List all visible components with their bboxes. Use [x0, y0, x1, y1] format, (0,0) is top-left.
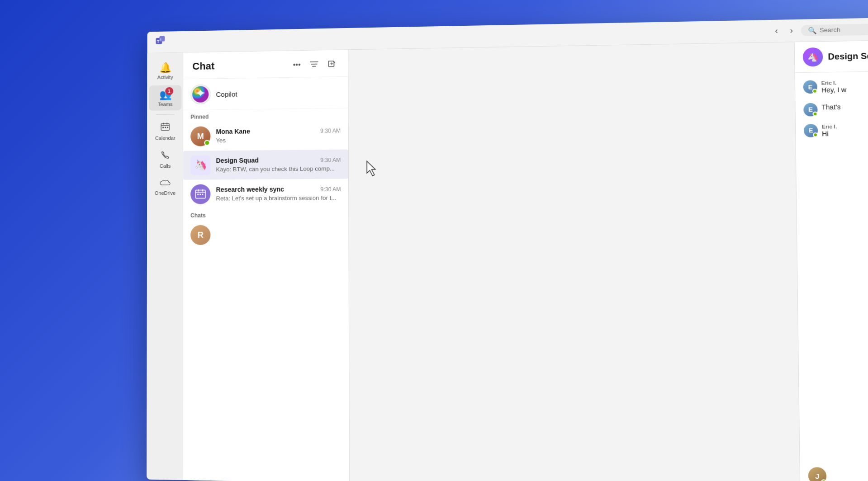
overlay-msg-2-text: That's — [821, 102, 868, 112]
sidebar-item-calls-label: Calls — [160, 163, 171, 169]
teams-icon: 👥 1 — [159, 89, 171, 101]
overlay-msg-2-content: That's — [821, 102, 868, 112]
mona-preview: Yes — [216, 137, 225, 144]
pinned-section-header: Pinned — [183, 108, 348, 122]
chat-item-design-squad[interactable]: 🦄 Design Squad 9:30 AM Kayo: BTW, can yo… — [183, 150, 348, 180]
research-sync-avatar — [190, 184, 210, 204]
svg-rect-8 — [162, 127, 164, 128]
filter-icon — [310, 61, 318, 68]
overlay-msg-2: E That's — [803, 102, 868, 116]
chat-header-actions: ••• — [290, 57, 338, 72]
overlay-msg-3-content: Eric I. Hi — [822, 123, 868, 139]
chat-item-mona[interactable]: M Mona Kane 9:30 AM Yes — [183, 120, 348, 151]
overlay-msg-3: E Eric I. Hi — [804, 123, 868, 139]
compose-button[interactable] — [325, 57, 339, 71]
design-squad-time: 9:30 AM — [320, 157, 341, 164]
mona-name: Mona Kane — [216, 127, 250, 135]
chat-header: Chat ••• — [183, 50, 348, 79]
svg-rect-9 — [165, 127, 166, 128]
overlay-avatar-eric-2: E — [803, 103, 817, 116]
below-chats-info — [216, 234, 341, 235]
overlay-avatar-eric-3: E — [804, 124, 818, 137]
research-sync-name: Research weekly sync — [216, 185, 284, 193]
overlay-messages: E Eric I. Hey, I w E — [795, 71, 868, 481]
overlay-bottom-person: J — [808, 467, 868, 481]
svg-rect-25 — [202, 194, 203, 195]
svg-rect-22 — [202, 189, 203, 192]
chats-section-header: Chats — [183, 208, 348, 220]
svg-text:T: T — [157, 39, 160, 44]
back-button[interactable]: ‹ — [771, 24, 782, 38]
sidebar-item-onedrive[interactable]: OneDrive — [149, 174, 181, 199]
overlay-title: Design Squ — [828, 51, 868, 62]
search-box[interactable]: 🔍 — [801, 23, 868, 36]
search-input[interactable] — [820, 25, 868, 33]
svg-rect-24 — [199, 194, 201, 195]
sidebar: 🔔 Activity 👥 1 Teams — [147, 53, 183, 480]
design-squad-name-row: Design Squad 9:30 AM — [216, 156, 341, 164]
overlay-header: 🦄 Design Squ — [795, 40, 868, 73]
search-icon: 🔍 — [808, 26, 816, 34]
overlay-avatar-eric-1: E — [803, 80, 817, 94]
overlay-sender-1: Eric I. — [821, 79, 868, 86]
copilot-avatar — [190, 84, 210, 104]
overlay-msg-1-row: E Eric I. Hey, I w — [803, 79, 868, 95]
overlay-msg-1-content: Eric I. Hey, I w — [821, 79, 868, 95]
design-squad-preview: Kayo: BTW, can you check this Loop comp.… — [216, 165, 335, 173]
research-sync-name-row: Research weekly sync 9:30 AM — [216, 185, 341, 193]
mona-avatar: M — [190, 126, 210, 146]
overlay-sender-3: Eric I. — [822, 123, 868, 130]
chat-item-research-sync[interactable]: Research weekly sync 9:30 AM Reta: Let's… — [183, 179, 348, 208]
copilot-name: Copilot — [216, 90, 237, 98]
sidebar-item-teams[interactable]: 👥 1 Teams — [149, 85, 181, 111]
sidebar-item-calendar-label: Calendar — [155, 135, 175, 141]
svg-text:i: i — [160, 38, 161, 42]
overlay-online-2 — [812, 111, 817, 116]
svg-rect-23 — [197, 194, 199, 195]
onedrive-icon — [160, 178, 171, 189]
calls-icon — [160, 150, 170, 162]
more-dots-icon: ••• — [293, 61, 301, 69]
forward-button[interactable]: › — [786, 24, 797, 38]
activity-icon: 🔔 — [159, 62, 171, 74]
chat-list: Copilot Pinned M Mona Kane 9:30 AM — [183, 77, 349, 481]
calendar-icon — [160, 122, 170, 134]
filter-button[interactable] — [307, 58, 321, 71]
teams-badge: 1 — [165, 87, 173, 95]
main-content: 🔔 Activity 👥 1 Teams — [147, 40, 868, 481]
sidebar-item-calls[interactable]: Calls — [149, 146, 181, 172]
overlay-msg-3-row: E Eric I. Hi — [804, 123, 868, 139]
mona-online-indicator — [204, 140, 210, 146]
copilot-item[interactable]: Copilot — [183, 77, 348, 110]
sidebar-item-activity-label: Activity — [157, 75, 173, 80]
overlay-msg-1-text: Hey, I w — [821, 85, 868, 95]
svg-rect-7 — [166, 123, 167, 124]
svg-rect-10 — [167, 127, 168, 128]
design-squad-info: Design Squad 9:30 AM Kayo: BTW, can you … — [216, 156, 341, 173]
overlay-bottom-avatar-container: J — [808, 467, 827, 481]
teams-window: T i ‹ › 🔍 🔔 Activity 👥 1 — [147, 17, 868, 481]
more-options-button[interactable]: ••• — [290, 58, 303, 72]
overlay-msg-2-row: E That's — [803, 102, 868, 116]
chat-panel-title: Chat — [192, 59, 290, 72]
mona-time: 9:30 AM — [320, 127, 341, 134]
svg-rect-21 — [198, 189, 199, 192]
svg-rect-6 — [163, 123, 164, 124]
sidebar-item-calendar[interactable]: Calendar — [149, 118, 181, 145]
mona-name-row: Mona Kane 9:30 AM — [216, 127, 341, 135]
sidebar-item-teams-label: Teams — [158, 101, 172, 107]
compose-icon — [327, 60, 336, 68]
sidebar-item-onedrive-label: OneDrive — [155, 190, 175, 196]
overlay-online-3 — [813, 132, 818, 137]
design-squad-name: Design Squad — [216, 156, 258, 164]
design-squad-avatar: 🦄 — [190, 155, 210, 175]
research-sync-info: Research weekly sync 9:30 AM Reta: Let's… — [216, 185, 341, 203]
conversation-overlay: 🦄 Design Squ E Eric I. Hey, I w — [794, 40, 868, 481]
overlay-bottom-avatar: J — [808, 467, 827, 481]
chat-panel: Chat ••• — [183, 50, 350, 481]
chat-item-below-chats[interactable]: R — [183, 220, 348, 250]
overlay-online-1 — [812, 89, 817, 94]
sidebar-item-activity[interactable]: 🔔 Activity — [149, 58, 181, 84]
below-chats-avatar: R — [190, 225, 210, 245]
overlay-group-avatar-icon: 🦄 — [803, 47, 823, 67]
